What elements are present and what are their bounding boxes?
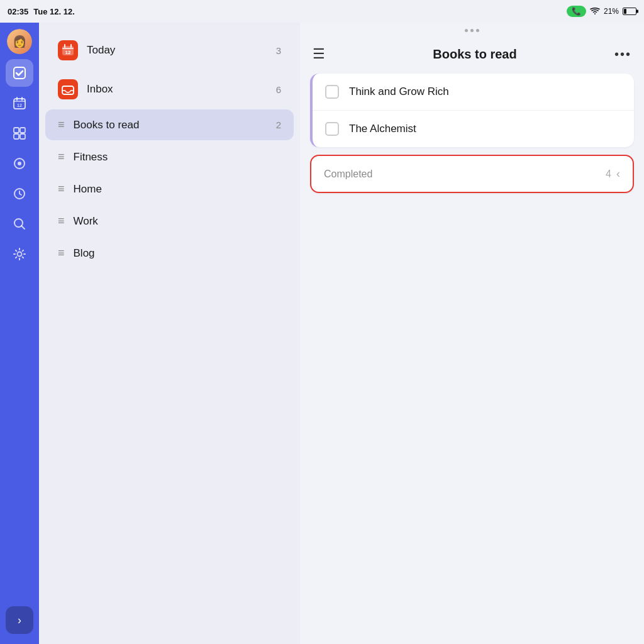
sidebar-item-today[interactable]: 12 Today 3 [45, 31, 294, 69]
more-options-button[interactable]: ••• [614, 47, 631, 62]
task-checkbox-2[interactable] [325, 122, 339, 136]
inbox-count: 6 [276, 84, 281, 95]
active-tasks-card: Think and Grow Rich The Alchemist [310, 74, 634, 147]
blog-label: Blog [74, 247, 281, 260]
time: 02:35 [8, 7, 28, 16]
completed-count: 4 [606, 169, 611, 180]
svg-point-11 [18, 252, 22, 257]
menu-button[interactable]: ☰ [313, 46, 325, 62]
task-label-1: Think and Grow Rich [349, 86, 449, 98]
sidebar-item-inbox[interactable]: Inbox 6 [45, 70, 294, 108]
dot2 [470, 29, 474, 32]
main-content: ☰ Books to read ••• Think and Grow Rich … [300, 23, 644, 644]
page-title: Books to read [335, 47, 614, 62]
svg-text:12: 12 [17, 103, 22, 108]
work-label: Work [74, 215, 281, 228]
sidebar-item-books[interactable]: ≡ Books to read 2 [45, 109, 294, 140]
inbox-icon [58, 79, 78, 99]
books-label: Books to read [74, 119, 276, 131]
completed-section[interactable]: Completed 4 ‹ [310, 155, 634, 193]
lines-icon-fitness: ≡ [58, 150, 65, 164]
app-container: 👩 12 [0, 23, 644, 644]
icon-sidebar: 👩 12 [0, 23, 39, 644]
task-item-2[interactable]: The Alchemist [313, 111, 634, 147]
completed-label: Completed [324, 169, 372, 180]
top-dots [465, 29, 479, 32]
call-button: 📞 [567, 6, 586, 17]
today-label: Today [87, 44, 276, 57]
search-icon [13, 217, 26, 231]
svg-rect-4 [20, 128, 25, 133]
svg-text:12: 12 [65, 50, 71, 55]
sidebar-icon-tasks[interactable] [6, 59, 33, 87]
task-item-1[interactable]: Think and Grow Rich [313, 74, 634, 111]
sidebar-icon-search[interactable] [6, 210, 33, 238]
svg-rect-5 [14, 134, 19, 139]
sidebar-icon-grid[interactable] [6, 119, 33, 147]
sidebar-icon-clock[interactable] [6, 180, 33, 208]
battery-icon [623, 8, 636, 15]
task-label-2: The Alchemist [349, 123, 416, 135]
svg-rect-3 [14, 128, 19, 133]
date: Tue 12. 12. [33, 7, 75, 16]
sidebar-icon-calendar[interactable]: 12 [6, 89, 33, 117]
avatar[interactable]: 👩 [7, 29, 32, 54]
task-checkbox-1[interactable] [325, 85, 339, 99]
completed-chevron: ‹ [616, 167, 620, 180]
clock-icon [13, 187, 26, 201]
collapse-sidebar-button[interactable]: › [6, 606, 33, 634]
circle-icon [13, 157, 26, 170]
lines-icon-blog: ≡ [58, 247, 65, 260]
sidebar-item-fitness[interactable]: ≡ Fitness [45, 142, 294, 172]
top-dots-bar [300, 23, 644, 35]
svg-point-8 [18, 162, 21, 165]
inbox-label: Inbox [87, 83, 276, 96]
wifi-icon [590, 8, 600, 15]
status-left: 02:35 Tue 12. 12. [8, 7, 75, 16]
svg-rect-0 [14, 67, 25, 79]
lines-icon-work: ≡ [58, 214, 65, 228]
dot3 [476, 29, 479, 32]
sidebar-item-home[interactable]: ≡ Home [45, 174, 294, 204]
completed-right: 4 ‹ [606, 167, 620, 180]
lines-icon-home: ≡ [58, 182, 65, 196]
sidebar-icon-settings[interactable] [6, 240, 33, 268]
chevron-right-icon: › [18, 614, 21, 627]
sidebar-item-work[interactable]: ≡ Work [45, 206, 294, 236]
check-icon [13, 66, 26, 80]
status-bar: 02:35 Tue 12. 12. 📞 21% [0, 0, 644, 23]
dot1 [465, 29, 468, 32]
phone-icon: 📞 [572, 7, 581, 16]
battery-percent: 21% [604, 7, 619, 16]
list-sidebar: 12 Today 3 Inbox 6 ≡ Books to read 2 [39, 23, 300, 644]
fitness-label: Fitness [74, 151, 281, 164]
books-count: 2 [276, 119, 281, 130]
sidebar-item-blog[interactable]: ≡ Blog [45, 238, 294, 269]
today-icon: 12 [58, 40, 78, 60]
today-count: 3 [276, 45, 281, 56]
battery-fill [624, 9, 626, 14]
status-right: 📞 21% [567, 6, 636, 17]
sidebar-icon-focus[interactable] [6, 150, 33, 177]
gear-icon [13, 247, 26, 261]
calendar-icon: 12 [13, 96, 26, 110]
main-header: ☰ Books to read ••• [300, 35, 644, 74]
grid-icon [13, 126, 26, 140]
lines-icon-books: ≡ [58, 118, 65, 131]
svg-rect-6 [20, 134, 25, 139]
home-label: Home [74, 183, 281, 196]
avatar-image: 👩 [7, 29, 32, 54]
